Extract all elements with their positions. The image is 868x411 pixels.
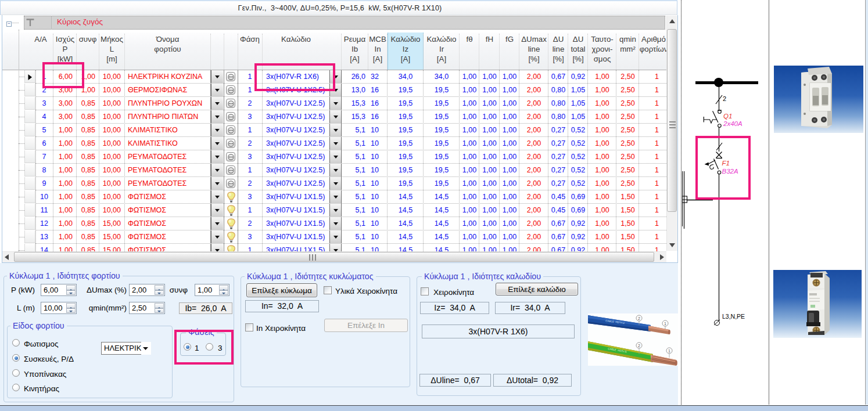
svg-text:1: 1 <box>668 349 670 353</box>
svg-text:L3,N,PE: L3,N,PE <box>722 313 745 320</box>
svg-text:1: 1 <box>664 322 666 326</box>
svg-text:2x40A: 2x40A <box>723 120 743 127</box>
svg-text:2: 2 <box>723 95 726 102</box>
svg-text:2: 2 <box>638 316 640 320</box>
svg-text:2: 2 <box>638 344 640 348</box>
svg-text:Q1: Q1 <box>723 113 732 120</box>
